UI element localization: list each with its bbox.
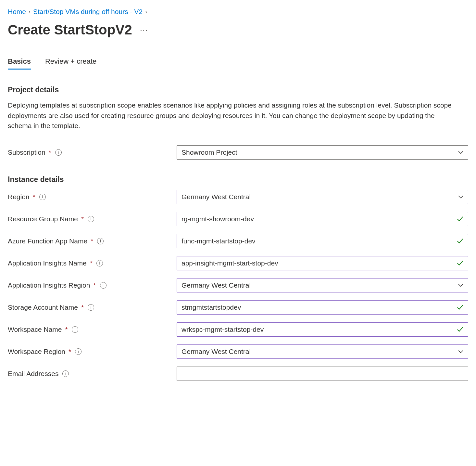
label-function-app: Azure Function App Name * i [8, 237, 177, 245]
required-indicator: * [33, 193, 35, 201]
tab-basics[interactable]: Basics [8, 57, 31, 70]
email-input[interactable] [177, 367, 468, 381]
info-icon[interactable]: i [100, 282, 106, 289]
tab-review-create[interactable]: Review + create [45, 57, 96, 70]
workspace-name-input[interactable] [177, 322, 468, 337]
required-indicator: * [91, 237, 93, 245]
section-description-project: Deploying templates at subscription scop… [8, 100, 459, 131]
label-text: Application Insights Region [8, 281, 90, 289]
info-icon[interactable]: i [88, 304, 94, 311]
required-indicator: * [69, 348, 71, 356]
label-text: Storage Account Name [8, 304, 78, 311]
breadcrumb-parent[interactable]: Start/Stop VMs during off hours - V2 [33, 8, 143, 16]
section-title-project: Project details [8, 85, 468, 94]
breadcrumb: Home › Start/Stop VMs during off hours -… [8, 8, 468, 16]
subscription-select[interactable]: Showroom Project [177, 145, 468, 160]
info-icon[interactable]: i [96, 260, 103, 266]
label-text: Application Insights Name [8, 259, 87, 267]
form-row-app-insights-region: Application Insights Region * i Germany … [8, 278, 468, 292]
app-insights-input[interactable] [177, 256, 468, 270]
form-row-workspace-region: Workspace Region * i Germany West Centra… [8, 344, 468, 359]
label-app-insights: Application Insights Name * i [8, 259, 177, 267]
info-icon[interactable]: i [62, 370, 69, 377]
required-indicator: * [81, 304, 84, 311]
form-row-resource-group: Resource Group Name * i [8, 212, 468, 226]
label-text: Region [8, 193, 30, 201]
page-header: Create StartStopV2 ··· [8, 22, 468, 38]
required-indicator: * [93, 281, 96, 289]
label-subscription: Subscription * i [8, 149, 177, 156]
form-row-function-app: Azure Function App Name * i [8, 234, 468, 248]
form-row-workspace-name: Workspace Name * i [8, 322, 468, 337]
tabs: Basics Review + create [8, 57, 468, 70]
info-icon[interactable]: i [55, 149, 62, 156]
breadcrumb-home[interactable]: Home [8, 8, 26, 16]
form-row-app-insights: Application Insights Name * i [8, 256, 468, 270]
info-icon[interactable]: i [75, 348, 81, 355]
label-text: Resource Group Name [8, 215, 78, 223]
label-storage-account: Storage Account Name * i [8, 304, 177, 311]
label-region: Region * i [8, 193, 177, 201]
section-title-instance: Instance details [8, 175, 468, 184]
resource-group-input[interactable] [177, 212, 468, 226]
form-row-email: Email Addresses i [8, 367, 468, 381]
label-text: Azure Function App Name [8, 237, 87, 245]
label-resource-group: Resource Group Name * i [8, 215, 177, 223]
section-project-details: Project details Deploying templates at s… [8, 85, 468, 160]
section-instance-details: Instance details Region * i Germany West… [8, 175, 468, 381]
info-icon[interactable]: i [88, 216, 94, 222]
required-indicator: * [81, 215, 84, 223]
chevron-right-icon: › [145, 8, 147, 15]
label-app-insights-region: Application Insights Region * i [8, 281, 177, 289]
info-icon[interactable]: i [39, 194, 46, 200]
function-app-input[interactable] [177, 234, 468, 248]
label-text: Workspace Region [8, 348, 65, 356]
label-text: Subscription [8, 149, 45, 156]
workspace-region-select[interactable]: Germany West Central [177, 344, 468, 359]
page-title: Create StartStopV2 [8, 22, 132, 38]
info-icon[interactable]: i [72, 326, 78, 333]
form-row-storage-account: Storage Account Name * i [8, 300, 468, 315]
required-indicator: * [65, 326, 68, 333]
required-indicator: * [49, 149, 51, 156]
form-row-region: Region * i Germany West Central [8, 190, 468, 204]
label-email: Email Addresses i [8, 370, 177, 378]
label-workspace-region: Workspace Region * i [8, 348, 177, 356]
chevron-right-icon: › [29, 8, 31, 15]
required-indicator: * [90, 259, 93, 267]
storage-account-input[interactable] [177, 300, 468, 315]
label-text: Email Addresses [8, 370, 58, 378]
region-select[interactable]: Germany West Central [177, 190, 468, 204]
form-row-subscription: Subscription * i Showroom Project [8, 145, 468, 160]
label-workspace-name: Workspace Name * i [8, 326, 177, 333]
app-insights-region-select[interactable]: Germany West Central [177, 278, 468, 292]
more-icon[interactable]: ··· [140, 25, 148, 35]
label-text: Workspace Name [8, 326, 62, 333]
info-icon[interactable]: i [97, 238, 104, 244]
